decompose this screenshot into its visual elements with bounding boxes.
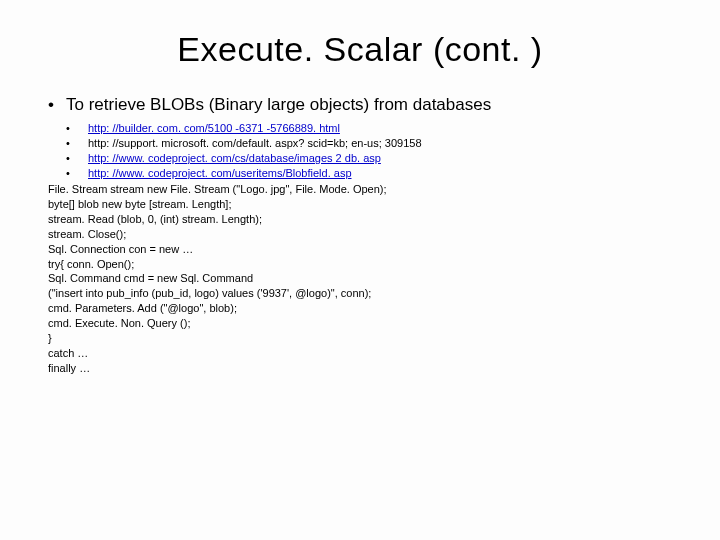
- code-line: catch …: [48, 347, 88, 359]
- list-item: http: //builder. com. com/5100 -6371 -57…: [66, 121, 672, 136]
- code-line: try{ conn. Open();: [48, 258, 134, 270]
- code-line: stream. Read (blob, 0, (int) stream. Len…: [48, 213, 262, 225]
- code-line: }: [48, 332, 52, 344]
- list-item: http: //www. codeproject. com/cs/databas…: [66, 151, 672, 166]
- link-3[interactable]: http: //www. codeproject. com/cs/databas…: [88, 152, 381, 164]
- slide: Execute. Scalar (cont. ) To retrieve BLO…: [0, 0, 720, 540]
- code-line: ("insert into pub_info (pub_id, logo) va…: [48, 287, 371, 299]
- code-line: stream. Close();: [48, 228, 126, 240]
- list-item: http: //www. codeproject. com/useritems/…: [66, 166, 672, 181]
- code-block: File. Stream stream new File. Stream ("L…: [48, 182, 672, 375]
- code-line: cmd. Execute. Non. Query ();: [48, 317, 190, 329]
- link-1[interactable]: http: //builder. com. com/5100 -6371 -57…: [88, 122, 340, 134]
- link-2-text: http: //support. microsoft. com/default.…: [88, 137, 422, 149]
- code-line: byte[] blob new byte [stream. Length];: [48, 198, 231, 210]
- main-bullet: To retrieve BLOBs (Binary large objects)…: [48, 95, 672, 115]
- code-line: finally …: [48, 362, 90, 374]
- code-line: Sql. Command cmd = new Sql. Command: [48, 272, 253, 284]
- code-line: cmd. Parameters. Add ("@logo", blob);: [48, 302, 237, 314]
- slide-title: Execute. Scalar (cont. ): [48, 30, 672, 69]
- link-list: http: //builder. com. com/5100 -6371 -57…: [48, 121, 672, 180]
- code-line: Sql. Connection con = new …: [48, 243, 193, 255]
- link-4[interactable]: http: //www. codeproject. com/useritems/…: [88, 167, 352, 179]
- code-line: File. Stream stream new File. Stream ("L…: [48, 183, 387, 195]
- list-item: http: //support. microsoft. com/default.…: [66, 136, 672, 151]
